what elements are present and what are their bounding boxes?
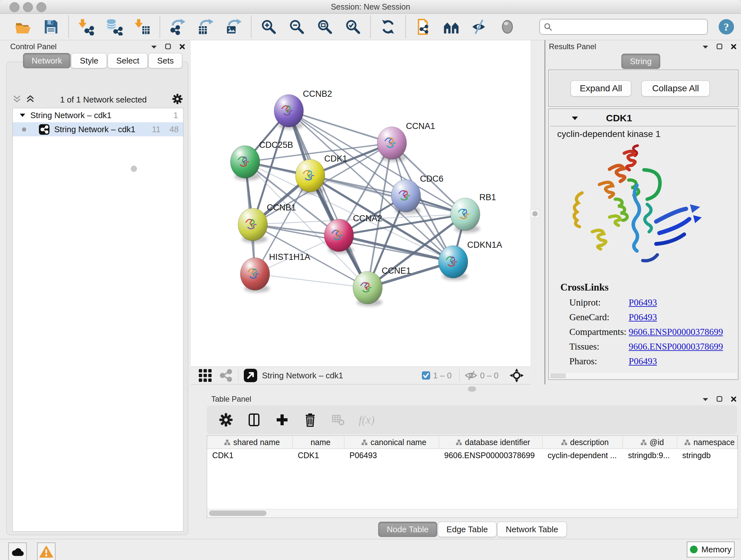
splitter-handle[interactable]: [530, 209, 539, 218]
export-image-icon[interactable]: [225, 18, 243, 36]
application-window: Session: New Session ? Control Panel Net…: [0, 0, 741, 560]
float-panel-icon[interactable]: [165, 44, 171, 51]
show-graphics-icon[interactable]: [498, 18, 516, 36]
collapse-all-button[interactable]: Collapse All: [642, 80, 710, 97]
import-table-icon[interactable]: [133, 18, 151, 36]
expand-all-networks-icon[interactable]: [12, 95, 21, 105]
center-view-icon[interactable]: [509, 368, 524, 383]
table-cell[interactable]: cyclin-dependent ...: [542, 449, 623, 462]
node-table[interactable]: shared namenamecanonical namedatabase id…: [207, 435, 738, 518]
delete-column-icon[interactable]: [302, 412, 318, 428]
memory-button[interactable]: Memory: [687, 542, 735, 557]
crosslink-link[interactable]: 9606.ENSP00000378699: [629, 341, 723, 352]
scrollbar-thumb[interactable]: [209, 510, 266, 516]
table-cell[interactable]: 9606.ENSP00000378699: [439, 449, 542, 462]
column-header--id[interactable]: @id: [623, 436, 677, 449]
network-view[interactable]: CCNB2CCNA1CDC25BCDK1CDC6RB1CCNB1CCNA2CDK…: [191, 40, 530, 367]
column-header-namespace[interactable]: namespace: [677, 436, 738, 449]
zoom-fit-icon[interactable]: [316, 18, 334, 36]
import-network-icon[interactable]: [77, 18, 95, 36]
tab-style[interactable]: Style: [71, 53, 107, 68]
export-web-icon[interactable]: [414, 18, 432, 36]
tab-edge-table[interactable]: Edge Table: [438, 522, 496, 537]
column-type-icon: [224, 439, 230, 445]
open-session-icon[interactable]: [14, 18, 32, 36]
results-panel-title: Results Panel: [549, 42, 596, 51]
network-row[interactable]: String Network – cdk1 11 48: [13, 122, 183, 136]
export-network-icon[interactable]: [169, 18, 186, 36]
vertical-splitter[interactable]: [530, 40, 545, 391]
zoom-out-icon[interactable]: [288, 18, 306, 36]
panel-splitter-handle[interactable]: [131, 166, 137, 172]
save-session-icon[interactable]: [42, 18, 60, 36]
column-type-icon: [641, 439, 647, 445]
network-collection-row[interactable]: String Network – cdk1 1: [13, 108, 183, 122]
table-panel: Table Panel f(x) shared namenamecanonica…: [191, 393, 741, 539]
expand-all-button[interactable]: Expand All: [570, 80, 631, 97]
float-panel-icon[interactable]: [717, 44, 723, 51]
show-columns-icon[interactable]: [246, 412, 262, 428]
panel-menu-icon[interactable]: [703, 397, 708, 402]
table-settings-icon[interactable]: [218, 412, 233, 428]
column-header-shared-name[interactable]: shared name: [207, 436, 293, 449]
birdseye-icon[interactable]: [442, 18, 460, 36]
crosslink-link[interactable]: P06493: [629, 312, 657, 322]
zoom-in-icon[interactable]: [260, 18, 278, 36]
gene-header-row[interactable]: CDK1: [550, 111, 737, 126]
table-horizontal-scrollbar[interactable]: [207, 509, 738, 517]
crosslink-link[interactable]: P06493: [629, 356, 657, 367]
tab-string[interactable]: String: [621, 54, 660, 69]
close-panel-icon[interactable]: [179, 44, 185, 51]
svg-text:RB1: RB1: [479, 192, 496, 202]
tab-network-table[interactable]: Network Table: [497, 522, 567, 537]
hide-graphics-icon[interactable]: [470, 18, 488, 36]
network-graph[interactable]: CCNB2CCNA1CDC25BCDK1CDC6RB1CCNB1CCNA2CDK…: [191, 40, 530, 367]
apply-layout-icon[interactable]: [379, 18, 397, 36]
tab-select[interactable]: Select: [108, 53, 148, 68]
collection-network-count: 1: [174, 111, 178, 120]
import-database-icon[interactable]: [105, 18, 123, 36]
column-header-database-identifier[interactable]: database identifier: [439, 436, 542, 449]
collapse-section-icon[interactable]: [572, 116, 578, 120]
collapse-all-networks-icon[interactable]: [26, 95, 35, 105]
show-grid-icon[interactable]: [199, 369, 212, 382]
close-panel-icon[interactable]: [731, 396, 737, 403]
tab-network[interactable]: Network: [23, 53, 71, 68]
results-scrollbar[interactable]: [550, 373, 737, 378]
network-options-gear-icon[interactable]: [172, 94, 183, 106]
gene-details-box: CDK1 cyclin-dependent kinase 1: [548, 109, 738, 380]
table-cell[interactable]: CDK1: [207, 449, 293, 462]
collection-expander-icon[interactable]: [20, 113, 25, 117]
crosslink-link[interactable]: P06493: [629, 297, 657, 308]
table-row[interactable]: CDK1CDK1P064939606.ENSP00000378699cyclin…: [207, 449, 738, 462]
collection-label: String Network – cdk1: [30, 111, 111, 120]
tab-node-table[interactable]: Node Table: [378, 522, 437, 537]
cloud-status-icon[interactable]: [8, 543, 27, 560]
search-input[interactable]: [555, 22, 703, 32]
open-view-in-window-icon[interactable]: [244, 368, 258, 382]
panel-menu-icon[interactable]: [151, 44, 157, 50]
memory-status-icon: [690, 546, 697, 553]
table-cell[interactable]: CDK1: [293, 449, 344, 462]
float-panel-icon[interactable]: [717, 396, 723, 403]
help-icon[interactable]: ?: [718, 18, 735, 36]
column-header-description[interactable]: description: [542, 436, 623, 449]
column-header-name[interactable]: name: [293, 436, 344, 449]
hidden-count: 0 – 0: [480, 371, 498, 381]
add-column-icon[interactable]: [274, 412, 290, 428]
table-cell[interactable]: stringdb:9...: [623, 449, 677, 462]
close-panel-icon[interactable]: [731, 44, 737, 51]
tab-sets[interactable]: Sets: [148, 53, 182, 68]
hidden-eye-icon: [465, 370, 477, 381]
table-cell[interactable]: stringdb: [677, 449, 738, 462]
crosslink-row: Tissues:9606.ENSP00000378699: [569, 339, 731, 354]
zoom-selected-icon[interactable]: [344, 18, 362, 36]
selected-checkbox-icon[interactable]: [421, 371, 430, 380]
export-table-icon[interactable]: [197, 18, 214, 36]
warning-status-icon[interactable]: [37, 543, 56, 560]
network-overview-icon[interactable]: [219, 368, 233, 382]
panel-menu-icon[interactable]: [703, 44, 708, 50]
crosslink-link[interactable]: 9606.ENSP00000378699: [629, 327, 723, 337]
column-header-canonical-name[interactable]: canonical name: [344, 436, 439, 449]
table-cell[interactable]: P06493: [344, 449, 439, 462]
